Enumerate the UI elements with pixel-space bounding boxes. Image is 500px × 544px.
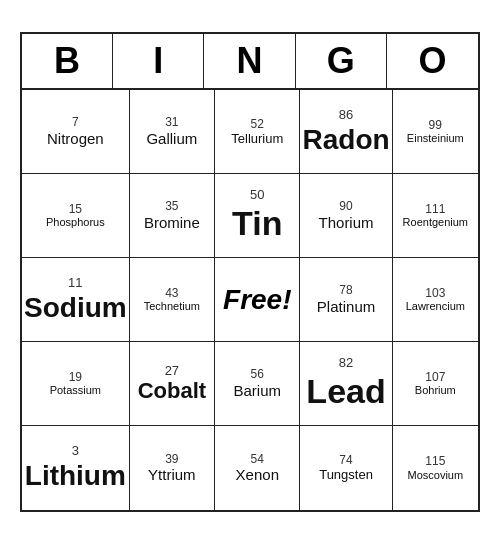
bingo-cell-21: 39Yttrium xyxy=(130,426,215,510)
cell-name: Sodium xyxy=(24,291,127,325)
bingo-cell-10: 11Sodium xyxy=(22,258,130,342)
cell-number: 15 xyxy=(69,202,82,216)
bingo-cell-2: 52Tellurium xyxy=(215,90,300,174)
bingo-cell-16: 27Cobalt xyxy=(130,342,215,426)
bingo-cell-22: 54Xenon xyxy=(215,426,300,510)
bingo-cell-0: 7Nitrogen xyxy=(22,90,130,174)
cell-number: 103 xyxy=(425,286,445,300)
bingo-header: BINGO xyxy=(22,34,478,90)
bingo-grid: 7Nitrogen31Gallium52Tellurium86Radon99Ei… xyxy=(22,90,478,510)
bingo-cell-24: 115Moscovium xyxy=(393,426,478,510)
cell-name: Tungsten xyxy=(319,467,373,483)
cell-name: Roentgenium xyxy=(403,216,468,229)
bingo-cell-1: 31Gallium xyxy=(130,90,215,174)
cell-name: Xenon xyxy=(236,466,279,484)
cell-name: Technetium xyxy=(144,300,200,313)
cell-number: 7 xyxy=(72,115,79,129)
cell-name: Moscovium xyxy=(407,469,463,482)
cell-name: Potassium xyxy=(50,384,101,397)
cell-number: 90 xyxy=(339,199,352,213)
cell-number: 3 xyxy=(72,443,79,459)
cell-number: 31 xyxy=(165,115,178,129)
bingo-letter-o: O xyxy=(387,34,478,88)
cell-name: Lawrencium xyxy=(406,300,465,313)
cell-number: 39 xyxy=(165,452,178,466)
bingo-cell-9: 111Roentgenium xyxy=(393,174,478,258)
cell-number: 86 xyxy=(339,107,353,123)
cell-name: Lithium xyxy=(25,459,126,493)
cell-name: Bromine xyxy=(144,214,200,232)
cell-name: Yttrium xyxy=(148,466,196,484)
cell-number: 115 xyxy=(425,454,445,468)
cell-name: Radon xyxy=(302,123,389,157)
bingo-letter-g: G xyxy=(296,34,387,88)
cell-number: 99 xyxy=(429,118,442,132)
bingo-cell-12: Free! xyxy=(215,258,300,342)
cell-name: Platinum xyxy=(317,298,375,316)
cell-name: Bohrium xyxy=(415,384,456,397)
cell-number: 50 xyxy=(250,187,264,203)
cell-number: 52 xyxy=(251,117,264,131)
cell-number: 54 xyxy=(251,452,264,466)
cell-name: Gallium xyxy=(146,130,197,148)
bingo-cell-3: 86Radon xyxy=(300,90,392,174)
cell-number: 78 xyxy=(339,283,352,297)
cell-number: 19 xyxy=(69,370,82,384)
cell-number: 111 xyxy=(425,202,445,216)
bingo-cell-11: 43Technetium xyxy=(130,258,215,342)
bingo-cell-4: 99Einsteinium xyxy=(393,90,478,174)
bingo-card: BINGO 7Nitrogen31Gallium52Tellurium86Rad… xyxy=(20,32,480,512)
cell-number: 56 xyxy=(251,367,264,381)
bingo-cell-17: 56Barium xyxy=(215,342,300,426)
bingo-cell-15: 19Potassium xyxy=(22,342,130,426)
cell-name: Phosphorus xyxy=(46,216,105,229)
cell-number: 35 xyxy=(165,199,178,213)
cell-name: Barium xyxy=(234,382,282,400)
bingo-cell-13: 78Platinum xyxy=(300,258,392,342)
cell-name: Einsteinium xyxy=(407,132,464,145)
cell-free-label: Free! xyxy=(223,284,291,316)
bingo-letter-n: N xyxy=(204,34,295,88)
bingo-cell-20: 3Lithium xyxy=(22,426,130,510)
bingo-cell-14: 103Lawrencium xyxy=(393,258,478,342)
bingo-cell-8: 90Thorium xyxy=(300,174,392,258)
bingo-cell-6: 35Bromine xyxy=(130,174,215,258)
bingo-cell-19: 107Bohrium xyxy=(393,342,478,426)
cell-number: 27 xyxy=(165,363,179,379)
cell-name: Lead xyxy=(306,371,385,412)
cell-number: 74 xyxy=(339,453,352,467)
bingo-letter-i: I xyxy=(113,34,204,88)
cell-name: Thorium xyxy=(319,214,374,232)
bingo-cell-23: 74Tungsten xyxy=(300,426,392,510)
bingo-letter-b: B xyxy=(22,34,113,88)
bingo-cell-18: 82Lead xyxy=(300,342,392,426)
cell-number: 107 xyxy=(425,370,445,384)
cell-name: Nitrogen xyxy=(47,130,104,148)
cell-number: 43 xyxy=(165,286,178,300)
cell-number: 82 xyxy=(339,355,353,371)
cell-number: 11 xyxy=(68,275,82,291)
bingo-cell-7: 50Tin xyxy=(215,174,300,258)
cell-name: Cobalt xyxy=(138,378,206,404)
cell-name: Tellurium xyxy=(231,131,283,147)
bingo-cell-5: 15Phosphorus xyxy=(22,174,130,258)
cell-name: Tin xyxy=(232,203,282,244)
